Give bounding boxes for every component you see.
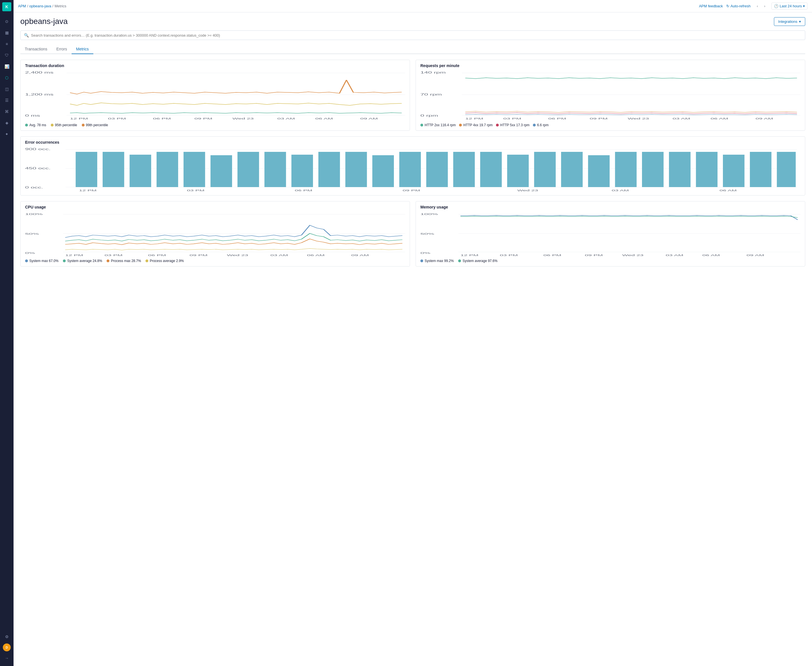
svg-rect-57: [669, 152, 691, 187]
legend-avg-dot: [25, 124, 28, 127]
sidebar-infra-icon[interactable]: ◫: [2, 84, 12, 94]
svg-text:140 rpm: 140 rpm: [420, 71, 446, 74]
svg-text:09 PM: 09 PM: [403, 189, 420, 192]
svg-rect-44: [318, 152, 340, 187]
transaction-duration-legend: Avg. 78 ms 95th percentile 99th percenti…: [25, 123, 405, 127]
next-time-button[interactable]: ›: [761, 3, 768, 10]
error-occurrences-section: Error occurrences 900 occ. 450 occ. 0 oc…: [20, 136, 805, 196]
sidebar-map-icon[interactable]: ⌘: [2, 107, 12, 117]
svg-text:09 AM: 09 AM: [747, 254, 764, 257]
svg-rect-55: [615, 152, 637, 187]
sidebar-home-icon[interactable]: ⊙: [2, 16, 12, 26]
svg-text:03 AM: 03 AM: [612, 189, 629, 192]
breadcrumb-apm[interactable]: APM: [18, 4, 26, 8]
svg-text:50%: 50%: [420, 232, 434, 236]
legend-sys-max-cpu: System max 67.0%: [25, 259, 58, 263]
svg-text:100%: 100%: [25, 213, 43, 216]
cpu-usage-chart: CPU usage 100% 50% 0% 12 PM 03 PM 06 PM …: [20, 201, 410, 267]
svg-text:0 ms: 0 ms: [25, 114, 40, 117]
svg-rect-61: [777, 152, 795, 187]
legend-99th: 99th percentile: [82, 123, 108, 127]
tab-transactions[interactable]: Transactions: [20, 45, 52, 54]
search-input[interactable]: [31, 33, 802, 38]
legend-99th-dot: [82, 124, 84, 127]
sidebar-ml-icon[interactable]: ✦: [2, 129, 12, 139]
svg-rect-48: [426, 152, 448, 187]
time-range-chevron: ▾: [803, 4, 805, 8]
legend-5xx-dot: [496, 124, 499, 127]
svg-rect-42: [265, 152, 286, 187]
tab-metrics[interactable]: Metrics: [72, 45, 93, 54]
svg-text:Wed 23: Wed 23: [227, 254, 248, 257]
svg-text:03 PM: 03 PM: [187, 189, 204, 192]
svg-text:100%: 100%: [420, 213, 438, 216]
requests-per-minute-area: 140 rpm 70 rpm 0 rpm 12 PM 03 PM 06 PM 0…: [420, 70, 800, 121]
svg-text:06 PM: 06 PM: [148, 254, 166, 257]
svg-text:09 PM: 09 PM: [590, 117, 608, 120]
memory-usage-legend: System max 99.2% System average 97.6%: [420, 259, 800, 263]
svg-rect-54: [588, 155, 610, 187]
integrations-button[interactable]: Integrations ▾: [774, 17, 805, 26]
integrations-chevron: ▾: [799, 20, 801, 24]
sidebar-logs-icon[interactable]: ☰: [2, 95, 12, 106]
svg-text:03 AM: 03 AM: [278, 117, 295, 120]
sidebar-dashboard-icon[interactable]: ▦: [2, 28, 12, 38]
svg-rect-45: [346, 152, 367, 187]
svg-text:Wed 23: Wed 23: [518, 189, 538, 192]
svg-text:12 PM: 12 PM: [70, 117, 88, 120]
svg-text:70 rpm: 70 rpm: [420, 93, 442, 96]
breadcrumb-page: Metrics: [55, 4, 66, 8]
svg-text:Wed 23: Wed 23: [232, 117, 254, 120]
memory-usage-area: 100% 50% 0% 12 PM 03 PM 06 PM 09 PM Wed …: [420, 211, 800, 257]
svg-text:50%: 50%: [25, 232, 39, 236]
svg-rect-52: [534, 152, 556, 187]
svg-text:03 PM: 03 PM: [500, 254, 518, 257]
error-occurrences-chart: Error occurrences 900 occ. 450 occ. 0 oc…: [20, 136, 805, 196]
time-range-selector[interactable]: 🕐 Last 24 hours ▾: [771, 3, 807, 10]
apm-feedback-link[interactable]: APM feedback: [699, 4, 723, 8]
sidebar-apm-icon[interactable]: ⬡: [2, 73, 12, 83]
svg-text:06 AM: 06 AM: [315, 117, 333, 120]
svg-text:09 AM: 09 AM: [361, 117, 378, 120]
prev-time-button[interactable]: ‹: [754, 3, 761, 10]
page-title: opbeans-java: [20, 17, 68, 26]
legend-sys-avg-mem: System average 97.6%: [458, 259, 497, 263]
svg-rect-41: [237, 152, 259, 187]
legend-95th: 95th percentile: [51, 123, 77, 127]
topnav-right: APM feedback ↻ Auto-refresh ‹ › 🕐 Last 2…: [699, 3, 807, 10]
svg-text:1,200 ms: 1,200 ms: [25, 93, 54, 96]
sidebar-settings-icon[interactable]: ⚙: [2, 631, 12, 642]
sidebar-chart-icon[interactable]: 📊: [2, 61, 12, 72]
breadcrumb-service[interactable]: opbeans-java: [29, 4, 51, 8]
legend-http4xx: HTTP 4xx 19.7 rpm: [459, 123, 493, 127]
time-nav-arrows: ‹ ›: [754, 3, 768, 10]
cpu-usage-area: 100% 50% 0% 12 PM 03 PM 06 PM 09 PM Wed …: [25, 211, 405, 257]
cpu-usage-legend: System max 67.0% System average 24.8% Pr…: [25, 259, 405, 263]
auto-refresh-button[interactable]: ↻ Auto-refresh: [726, 4, 751, 8]
svg-rect-35: [76, 152, 97, 187]
sidebar-shield-icon[interactable]: 🛡: [2, 50, 12, 60]
sidebar-collapse-icon[interactable]: →: [2, 653, 12, 663]
sidebar-alert-icon[interactable]: ◈: [2, 118, 12, 128]
svg-text:03 PM: 03 PM: [108, 117, 126, 120]
svg-text:06 PM: 06 PM: [295, 189, 313, 192]
svg-text:12 PM: 12 PM: [465, 117, 483, 120]
svg-rect-60: [750, 152, 772, 187]
cpu-usage-title: CPU usage: [25, 205, 405, 209]
svg-rect-56: [642, 152, 664, 187]
svg-text:06 PM: 06 PM: [543, 254, 561, 257]
sidebar-list-icon[interactable]: ≡: [2, 39, 12, 49]
svg-rect-59: [723, 155, 744, 187]
user-avatar[interactable]: D: [3, 643, 11, 651]
error-occurrences-area: 900 occ. 450 occ. 0 occ.: [25, 147, 800, 192]
tab-errors[interactable]: Errors: [52, 45, 72, 54]
legend-95th-dot: [51, 124, 54, 127]
legend-http5xx: HTTP 5xx 17.3 rpm: [496, 123, 529, 127]
top-navigation: APM / opbeans-java / Metrics APM feedbac…: [13, 0, 812, 12]
legend-sys-max-mem: System max 99.2%: [420, 259, 454, 263]
legend-avg: Avg. 78 ms: [25, 123, 46, 127]
app-logo[interactable]: K: [2, 2, 11, 11]
main-wrapper: APM / opbeans-java / Metrics APM feedbac…: [13, 0, 812, 666]
svg-rect-53: [561, 152, 583, 187]
charts-row-1: Transaction duration 2,400 ms 1,200 ms 0…: [20, 60, 805, 131]
